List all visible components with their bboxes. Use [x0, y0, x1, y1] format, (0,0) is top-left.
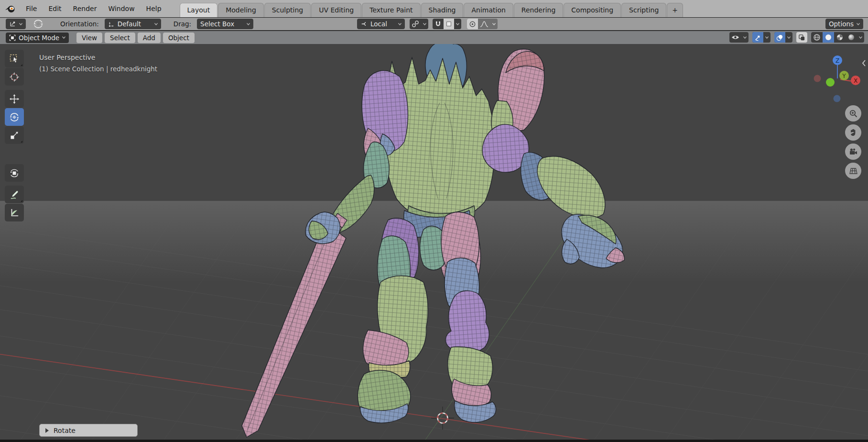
- chevron-down-icon[interactable]: [454, 19, 461, 29]
- knight-belt: [404, 210, 470, 237]
- tab-shading[interactable]: Shading: [421, 3, 464, 17]
- move-tool-icon: [9, 94, 20, 104]
- pivot-point-dropdown[interactable]: Local: [357, 19, 405, 29]
- measure-tool[interactable]: [5, 204, 24, 221]
- camera-view-button[interactable]: [845, 144, 861, 160]
- ortho-toggle-button[interactable]: [845, 163, 861, 179]
- sword-blade: [242, 227, 346, 437]
- toolbar: [5, 50, 24, 221]
- cursor-tool[interactable]: [5, 68, 24, 86]
- rotate-tool-icon: [9, 112, 20, 122]
- menu-edit[interactable]: Edit: [43, 5, 67, 12]
- tab-modeling[interactable]: Modeling: [218, 3, 264, 17]
- menu-help[interactable]: Help: [141, 5, 167, 12]
- drag-dropdown[interactable]: Select Box: [197, 19, 253, 29]
- mode-dropdown[interactable]: Object Mode: [6, 33, 69, 43]
- tab-scripting[interactable]: Scripting: [621, 3, 666, 17]
- chevron-down-icon: [247, 23, 250, 25]
- orientation-dropdown[interactable]: Default: [105, 19, 161, 29]
- zoom-button[interactable]: [845, 105, 861, 122]
- material-shading-icon[interactable]: [834, 32, 846, 43]
- ortho-grid-icon: [849, 167, 858, 175]
- pan-button[interactable]: [845, 124, 861, 141]
- blender-window: File Edit Render Window Help Layout Mode…: [0, 0, 868, 442]
- knight-right-thigh: [441, 212, 479, 273]
- chevron-down-icon[interactable]: [741, 32, 749, 43]
- eye-icon[interactable]: [729, 32, 741, 43]
- annotate-tool[interactable]: [5, 186, 24, 203]
- increment-snap-icon[interactable]: [444, 19, 454, 29]
- overlays-toggle-icon[interactable]: [774, 32, 785, 43]
- transform-tool[interactable]: [5, 164, 24, 182]
- cursor-tool-icon: [9, 72, 20, 82]
- viewport-3d-scene[interactable]: [0, 44, 868, 442]
- axis-y-label: Y: [842, 73, 846, 79]
- topbar: File Edit Render Window Help Layout Mode…: [0, 0, 868, 18]
- knight-model: [242, 44, 624, 437]
- chevron-down-icon: [62, 36, 65, 39]
- knight-left-forearm: [330, 175, 374, 233]
- object-menu[interactable]: Object: [163, 33, 195, 43]
- knight-left-sole: [360, 404, 408, 423]
- scene-collection-label: (1) Scene Collection | redheadknight: [39, 65, 157, 73]
- gizmo-toggle-icon[interactable]: [752, 32, 763, 43]
- tab-compositing[interactable]: Compositing: [564, 3, 621, 17]
- xray-toggle[interactable]: [796, 32, 807, 43]
- select-menu[interactable]: Select: [105, 33, 135, 43]
- chevron-down-icon[interactable]: [763, 32, 770, 43]
- chevron-down-icon: [857, 23, 860, 25]
- menu-render[interactable]: Render: [67, 5, 103, 12]
- add-workspace-tab[interactable]: +: [667, 3, 683, 17]
- magnet-icon[interactable]: [433, 19, 444, 29]
- view-menu[interactable]: View: [76, 33, 102, 43]
- active-tool-rotate-icon: [33, 18, 44, 30]
- ground-grid: [0, 212, 868, 442]
- rotate-tool[interactable]: [5, 108, 24, 126]
- snap-target-group[interactable]: [410, 19, 428, 29]
- menu-window[interactable]: Window: [102, 5, 140, 12]
- tool-settings-bar: Orientation: Default Drag: Select Box: [0, 18, 868, 31]
- chevron-down-icon[interactable]: [421, 19, 428, 29]
- chevron-down-icon[interactable]: [857, 32, 864, 43]
- sidebar-collapse-arrow[interactable]: [862, 59, 866, 69]
- viewport-header: Object Mode View Select Add Object: [0, 31, 868, 44]
- orientation-label: Orientation:: [60, 20, 99, 28]
- menu-file[interactable]: File: [20, 5, 43, 12]
- tab-rendering[interactable]: Rendering: [514, 3, 564, 17]
- knight-right-hip: [439, 220, 480, 286]
- axis-z-neg-ball[interactable]: [834, 95, 841, 102]
- solid-shading-icon[interactable]: [823, 32, 834, 43]
- view-axis-gizmo[interactable]: Z Y X: [809, 47, 867, 105]
- blender-logo-icon[interactable]: [5, 4, 15, 13]
- scale-tool[interactable]: [5, 126, 24, 144]
- chevron-down-icon[interactable]: [785, 32, 792, 43]
- knight-left-pauldron: [362, 71, 408, 153]
- visibility-group: [729, 32, 749, 43]
- zoom-icon: [849, 109, 858, 118]
- proportional-icon[interactable]: [467, 19, 478, 29]
- tab-sculpting[interactable]: Sculpting: [264, 3, 311, 17]
- snap-target-icon[interactable]: [410, 19, 421, 29]
- select-box-tool[interactable]: [5, 50, 24, 67]
- rendered-shading-icon[interactable]: [846, 32, 857, 43]
- camera-view-icon: [849, 148, 858, 156]
- wireframe-shading-icon[interactable]: [811, 32, 823, 43]
- axis-y-neg-ball[interactable]: [826, 78, 835, 87]
- falloff-curve-icon[interactable]: [478, 19, 490, 29]
- knight-right-forearm: [537, 156, 605, 218]
- editor-type-selector[interactable]: [6, 19, 26, 29]
- tab-texture-paint[interactable]: Texture Paint: [362, 3, 420, 17]
- operator-panel-rotate[interactable]: Rotate: [39, 424, 138, 437]
- axis-x-neg-ball[interactable]: [814, 75, 821, 82]
- pan-hand-icon: [849, 128, 857, 137]
- move-tool[interactable]: [5, 90, 24, 108]
- chevron-down-icon: [154, 23, 158, 25]
- knight-right-shin: [445, 258, 479, 312]
- chevron-down-icon[interactable]: [490, 19, 498, 29]
- add-menu[interactable]: Add: [138, 33, 161, 43]
- snap-group: [433, 19, 461, 29]
- tab-uv-editing[interactable]: UV Editing: [311, 3, 361, 17]
- tab-layout[interactable]: Layout: [180, 3, 218, 17]
- tab-animation[interactable]: Animation: [464, 3, 513, 17]
- options-dropdown[interactable]: Options: [825, 19, 863, 29]
